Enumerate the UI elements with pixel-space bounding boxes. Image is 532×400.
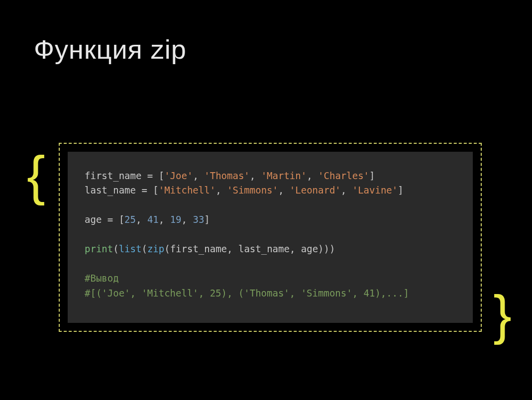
bracket-open: [ bbox=[153, 185, 158, 196]
comment-output-label: #Вывод bbox=[85, 273, 119, 284]
bracket-close: ] bbox=[204, 214, 210, 225]
paren: ( bbox=[164, 243, 170, 254]
num-41: 41 bbox=[147, 214, 159, 225]
code-container: { } first_name = ['Joe', 'Thomas', 'Mart… bbox=[59, 143, 482, 332]
slide-title: Функция zip bbox=[34, 34, 187, 65]
num-33: 33 bbox=[193, 214, 204, 225]
paren: ( bbox=[141, 243, 147, 254]
func-list: list bbox=[119, 243, 142, 254]
arg-age: age bbox=[301, 243, 318, 254]
var-age: age bbox=[85, 214, 102, 225]
comma: , bbox=[307, 170, 318, 181]
bracket-close: ] bbox=[369, 170, 375, 181]
code-block: first_name = ['Joe', 'Thomas', 'Martin',… bbox=[68, 152, 473, 323]
arg-first-name: first_name bbox=[170, 243, 227, 254]
comma: , bbox=[215, 185, 227, 196]
str-simmons: 'Simmons' bbox=[227, 185, 278, 196]
code-line-3: age = [25, 41, 19, 33] bbox=[85, 214, 210, 225]
comma: , bbox=[193, 170, 204, 181]
str-thomas: 'Thomas' bbox=[204, 170, 250, 181]
num-25: 25 bbox=[124, 214, 136, 225]
comma: , bbox=[159, 214, 170, 225]
func-zip: zip bbox=[147, 243, 164, 254]
str-lavine: 'Lavine' bbox=[352, 185, 398, 196]
bracket-open: [ bbox=[159, 170, 164, 181]
comma: , bbox=[290, 243, 301, 254]
eq-op: = bbox=[141, 170, 158, 181]
code-line-2: last_name = ['Mitchell', 'Simmons', 'Leo… bbox=[85, 185, 404, 196]
comma: , bbox=[182, 214, 193, 225]
eq-op: = bbox=[136, 185, 153, 196]
code-line-4: print(list(zip(first_name, last_name, ag… bbox=[85, 243, 335, 254]
bracket-open: [ bbox=[119, 214, 124, 225]
eq-op: = bbox=[102, 214, 118, 225]
brace-left-icon: { bbox=[27, 148, 45, 202]
str-leonard: 'Leonard' bbox=[290, 185, 341, 196]
arg-last-name: last_name bbox=[238, 243, 290, 254]
var-last-name: last_name bbox=[85, 185, 136, 196]
builtin-print: print bbox=[85, 243, 113, 254]
comment-output-value: #[('Joe', 'Mitchell', 25), ('Thomas', 'S… bbox=[85, 288, 409, 299]
str-mitchell: 'Mitchell' bbox=[159, 185, 215, 196]
comma: , bbox=[250, 170, 261, 181]
bracket-close: ] bbox=[398, 185, 403, 196]
num-19: 19 bbox=[170, 214, 182, 225]
comma: , bbox=[278, 185, 290, 196]
brace-right-icon: } bbox=[493, 287, 512, 342]
paren: ( bbox=[113, 243, 118, 254]
paren-close: ))) bbox=[318, 243, 335, 254]
str-martin: 'Martin' bbox=[261, 170, 307, 181]
code-line-1: first_name = ['Joe', 'Thomas', 'Martin',… bbox=[85, 170, 375, 181]
var-first-name: first_name bbox=[85, 170, 141, 181]
comma: , bbox=[136, 214, 147, 225]
str-joe: 'Joe' bbox=[164, 170, 193, 181]
str-charles: 'Charles' bbox=[318, 170, 369, 181]
comma: , bbox=[227, 243, 238, 254]
comma: , bbox=[341, 185, 352, 196]
